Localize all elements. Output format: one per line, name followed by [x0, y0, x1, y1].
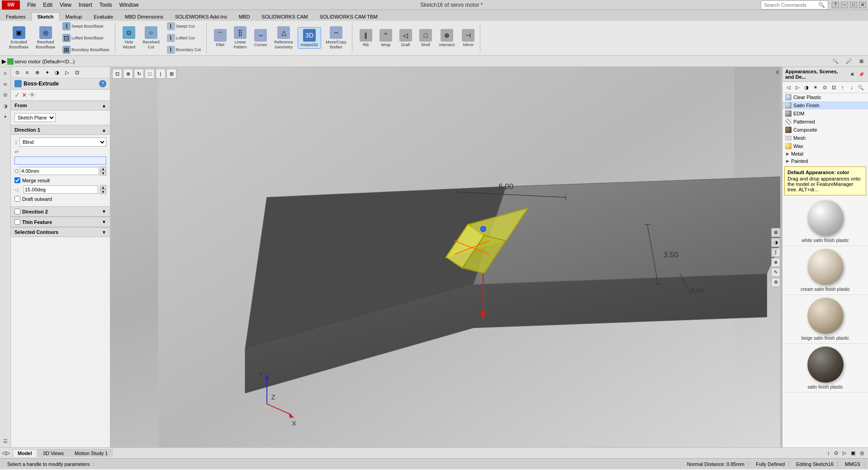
fillet-button[interactable]: ⌒ Fillet — [211, 28, 229, 49]
from-section-header[interactable]: From ▲ — [11, 100, 110, 110]
tab-motion-study[interactable]: Motion Study 1 — [70, 449, 113, 457]
mesh-item[interactable]: Mesh — [783, 134, 868, 142]
menu-file[interactable]: File — [24, 1, 39, 9]
mirror-button[interactable]: ⊣ Mirror — [459, 28, 477, 49]
rp-pin-btn[interactable]: 📌 — [857, 70, 865, 78]
confirm-button[interactable]: ✓ — [14, 91, 20, 99]
lofted-cut-button[interactable]: ⌇ Lofted Cut — [164, 33, 204, 43]
thin-feature-checkbox[interactable] — [14, 219, 20, 225]
depth-value-input[interactable] — [20, 167, 99, 175]
notes-icon[interactable]: ✎ — [771, 268, 780, 277]
zoom-fit-btn[interactable]: ⊕ — [123, 69, 133, 79]
close-button[interactable]: ✕ — [859, 2, 866, 8]
zoom-out-btn[interactable]: 🔎 — [843, 57, 855, 65]
merge-result-checkbox[interactable] — [14, 177, 20, 183]
appearance-manager-icon[interactable]: ◑ — [1, 101, 10, 110]
config-manager-icon[interactable]: ⚙ — [1, 90, 10, 100]
tab-mbd[interactable]: MBD — [233, 12, 256, 21]
hole-wizard-button[interactable]: ⊙ HoleWizard — [120, 25, 138, 51]
panel-icon-3[interactable]: ⊕ — [33, 68, 42, 77]
vp-tool-3[interactable]: ▷ — [841, 449, 848, 457]
tab-cam[interactable]: SOLIDWORKS CAM — [256, 12, 313, 21]
panel-icon-5[interactable]: ◑ — [52, 68, 62, 77]
cream-satin-sphere[interactable] — [807, 249, 844, 285]
triad-icon[interactable]: ⊕ — [771, 258, 780, 267]
preview-button[interactable]: 👁 — [29, 91, 35, 99]
direction1-arrow-icon[interactable]: ↕ — [14, 138, 18, 146]
draft-angle-input[interactable] — [24, 185, 98, 194]
composite-item[interactable]: Composite — [783, 126, 868, 134]
vp-tool-4[interactable]: ▣ — [849, 449, 857, 457]
menu-window[interactable]: Window — [116, 1, 142, 9]
draft-outward-checkbox[interactable] — [14, 196, 20, 202]
maximize-button[interactable]: □ — [850, 2, 857, 8]
custom-manager-icon[interactable]: ✦ — [1, 112, 10, 121]
app-decal-icon[interactable]: ⊙ — [821, 83, 829, 91]
app-appearance-icon[interactable]: ◑ — [802, 83, 811, 91]
viewport-right-resizer[interactable] — [780, 67, 782, 447]
section-icon[interactable]: | — [771, 248, 780, 257]
panel-icon-1[interactable]: ⊙ — [13, 68, 22, 77]
tab-3dviews[interactable]: 3D Views — [38, 449, 69, 457]
beige-satin-sphere[interactable] — [807, 298, 844, 334]
white-satin-sphere[interactable] — [807, 200, 844, 236]
depth-down-button[interactable]: ▼ — [100, 171, 106, 176]
revolved-boss-button[interactable]: ◎ RevolvedBoss/Base — [33, 25, 58, 51]
tab-features[interactable]: Features — [0, 12, 31, 21]
view-head-up-btn[interactable]: ⊞ — [166, 69, 176, 79]
fit-view-btn[interactable]: ⊡ — [112, 69, 122, 79]
reference-geometry-button[interactable]: △ ReferenceGeometry — [271, 25, 296, 51]
rp-close-btn[interactable]: ✕ — [848, 70, 856, 78]
view-rotate-btn[interactable]: ↻ — [134, 69, 144, 79]
tree-icon[interactable]: ▶ — [2, 58, 6, 65]
patterned-item[interactable]: Patterned — [783, 118, 868, 126]
tab-arrow-left[interactable]: ◁ — [2, 450, 5, 456]
swept-cut-button[interactable]: ⌇ Swept Cut — [164, 21, 204, 32]
shell-button[interactable]: □ Shell — [417, 28, 435, 49]
app-copy-icon[interactable]: ⊡ — [830, 83, 838, 91]
display-style-btn[interactable]: □ — [145, 69, 155, 79]
tree-painted[interactable]: ▶ Painted — [783, 157, 868, 165]
app-back-icon[interactable]: ◁ — [784, 83, 792, 91]
revolved-cut-button[interactable]: ○ RevolvedCut — [140, 25, 162, 51]
section-view-btn[interactable]: | — [156, 69, 166, 79]
draft-angle-down[interactable]: ▼ — [100, 190, 106, 194]
tab-sketch[interactable]: Sketch — [31, 12, 59, 21]
property-manager-icon[interactable]: ≋ — [1, 80, 10, 89]
minimize-button[interactable]: ─ — [841, 2, 848, 8]
tab-mbd-dimensions[interactable]: MBD Dimensions — [119, 12, 169, 21]
selected-contours-section-header[interactable]: Selected Contours ▼ — [11, 227, 110, 237]
vp-tool-2[interactable]: ⊙ — [832, 449, 840, 457]
search-icon[interactable]: 🔍 — [818, 2, 825, 8]
app-download-icon[interactable]: ↓ — [848, 83, 856, 91]
tree-metal[interactable]: ▶ Metal — [783, 150, 868, 157]
panel-icon-7[interactable]: ⊡ — [72, 68, 81, 77]
tab-markup[interactable]: Markup — [60, 12, 88, 21]
clear-plastic-item[interactable]: Clear Plastic — [783, 93, 868, 101]
wax-item[interactable]: Wax — [783, 142, 868, 150]
tab-arrow-right[interactable]: ▷ — [6, 450, 10, 456]
direction1-type-select[interactable]: Blind Through All Up To Next — [19, 138, 106, 147]
instant3d-button[interactable]: 3D Instant3D — [298, 27, 322, 49]
tab-cam-tbm[interactable]: SOLIDWORKS CAM TBM — [313, 12, 383, 21]
panel-icon-2[interactable]: ≡ — [23, 68, 32, 77]
menu-edit[interactable]: Edit — [39, 1, 56, 9]
tab-model[interactable]: Model — [13, 449, 37, 457]
view-selector-icon[interactable]: ⊞ — [771, 228, 780, 237]
flip-icon[interactable]: ⇌ — [14, 149, 19, 154]
settings-icon[interactable]: ⚙ — [771, 278, 780, 287]
tab-addins[interactable]: SOLIDWORKS Add-Ins — [169, 12, 233, 21]
menu-tools[interactable]: Tools — [96, 1, 116, 9]
render-icon[interactable]: ◑ — [771, 238, 780, 247]
feature-manager-icon[interactable]: ≡ — [1, 69, 10, 78]
boundary-boss-button[interactable]: ⊞ Boundary Boss/Base — [60, 44, 112, 55]
cancel-button[interactable]: ✕ — [22, 91, 27, 99]
linear-pattern-button[interactable]: ⣿ LinearPattern — [231, 25, 250, 51]
curves-button[interactable]: ⌣ Curves — [251, 28, 270, 49]
satin-finish-item[interactable]: Satin Finish — [783, 101, 868, 109]
help-button[interactable]: ? — [832, 2, 839, 8]
vp-tool-5[interactable]: ◎ — [858, 449, 866, 457]
dark-satin-sphere[interactable] — [807, 347, 844, 383]
app-forward-icon[interactable]: ▷ — [793, 83, 802, 91]
wrap-button[interactable]: ⌃ Wrap — [377, 28, 395, 49]
